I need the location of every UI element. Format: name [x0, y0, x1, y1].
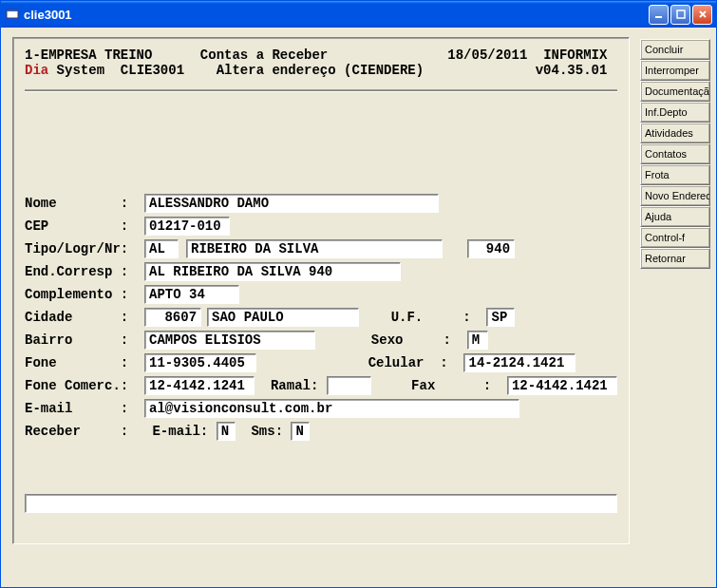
fax-field[interactable]: 12-4142.1421	[507, 376, 617, 395]
bairro-field[interactable]: CAMPOS ELISIOS	[144, 331, 315, 350]
receber-email-field[interactable]: N	[217, 422, 236, 441]
form: Nome : ALESSANDRO DAMO CEP : 01217-010 T…	[13, 91, 629, 443]
date-label: 18/05/2011	[447, 47, 527, 63]
control-f-button[interactable]: Control-f	[640, 227, 710, 248]
fone-label: Fone :	[25, 351, 144, 374]
company-label: 1-EMPRESA TREINO	[25, 47, 152, 63]
nome-field[interactable]: ALESSANDRO DAMO	[144, 194, 439, 213]
svg-rect-3	[677, 10, 685, 18]
endc-label: End.Corresp :	[25, 260, 144, 283]
maximize-button[interactable]	[670, 5, 690, 25]
ramal-field[interactable]	[327, 376, 371, 395]
fax-label: Fax :	[371, 374, 507, 397]
cidade-nome-field[interactable]: SAO PAULO	[207, 308, 359, 327]
receber-sms-field[interactable]: N	[291, 422, 310, 441]
email-label: E-mail :	[25, 397, 144, 420]
nr-field[interactable]: 940	[467, 239, 515, 258]
svg-rect-2	[655, 16, 662, 18]
interromper-button[interactable]: Interromper	[640, 60, 710, 81]
cep-field[interactable]: 01217-010	[144, 217, 230, 236]
compl-field[interactable]: APTO 34	[144, 285, 239, 304]
retornar-button[interactable]: Retornar	[640, 248, 710, 269]
endc-field[interactable]: AL RIBEIRO DA SILVA 940	[144, 262, 401, 281]
ajuda-button[interactable]: Ajuda	[640, 206, 710, 227]
app-icon	[5, 7, 20, 22]
window-title: clie3001	[24, 8, 649, 22]
cidade-label: Cidade :	[25, 306, 144, 329]
main-panel: 1-EMPRESA TREINO Contas a Receber 18/05/…	[12, 37, 630, 544]
celular-label: Celular :	[256, 351, 463, 374]
fone-field[interactable]: 11-9305.4405	[144, 353, 256, 372]
concluir-button[interactable]: Concluir	[640, 39, 710, 60]
status-bar	[25, 494, 617, 513]
sexo-field[interactable]: M	[467, 331, 488, 350]
nome-label: Nome :	[25, 192, 144, 215]
frota-button[interactable]: Frota	[640, 164, 710, 185]
uf-field[interactable]: SP	[486, 308, 515, 327]
contatos-button[interactable]: Contatos	[640, 143, 710, 164]
logr-field[interactable]: RIBEIRO DA SILVA	[186, 239, 443, 258]
compl-label: Complemento :	[25, 283, 144, 306]
uf-label: U.F. :	[359, 306, 486, 329]
cidade-cod-field[interactable]: 8607	[144, 308, 201, 327]
tipo-field[interactable]: AL	[144, 239, 179, 258]
app-window: clie3001 1-EMPRESA TREINO Contas a Receb…	[0, 0, 717, 588]
subtitle-label: Altera endereço (CIENDERE)	[217, 63, 424, 78]
sexo-label: Sexo :	[315, 329, 467, 351]
fonec-field[interactable]: 12-4142.1241	[144, 376, 255, 395]
inf-depto-button[interactable]: Inf.Depto	[640, 102, 710, 123]
email-field[interactable]: al@visionconsult.com.br	[144, 399, 519, 418]
right-toolbar: Concluir Interromper Documentação Inf.De…	[640, 28, 716, 587]
version-label: v04.35.01	[536, 63, 608, 78]
module-label: Contas a Receber	[200, 47, 328, 63]
db-label: INFORMIX	[543, 47, 607, 63]
fonec-label: Fone Comerc.:	[25, 374, 144, 397]
system-accent: Dia	[25, 63, 48, 78]
cep-label: CEP :	[25, 215, 144, 237]
receber-email-label: E-mail:	[152, 420, 216, 443]
tipo-label: Tipo/Logr/Nr:	[25, 237, 144, 260]
minimize-button[interactable]	[649, 5, 669, 25]
close-button[interactable]	[692, 5, 712, 25]
system-label: System CLIE3001	[48, 63, 184, 78]
receber-sms-label: Sms:	[236, 420, 292, 443]
atividades-button[interactable]: Atividades	[640, 123, 710, 143]
documentacao-button[interactable]: Documentação	[640, 81, 710, 102]
svg-rect-1	[7, 9, 18, 11]
ramal-label: Ramal:	[255, 374, 327, 397]
receber-label: Receber :	[25, 420, 152, 443]
titlebar[interactable]: clie3001	[1, 1, 716, 28]
novo-endereco-button[interactable]: Novo Endereco	[640, 185, 710, 206]
bairro-label: Bairro :	[25, 329, 144, 351]
celular-field[interactable]: 14-2124.1421	[463, 353, 575, 372]
